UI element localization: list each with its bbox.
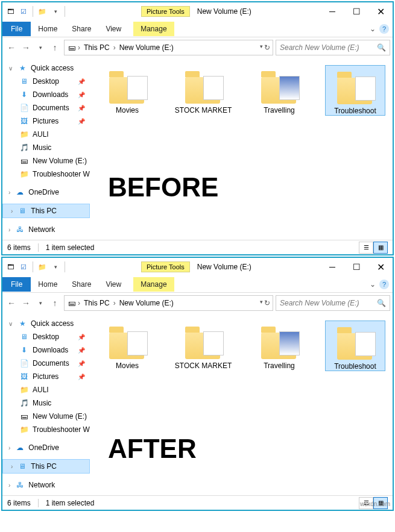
this-pc-header[interactable]: ›🖥This PC bbox=[2, 459, 90, 474]
sidebar-item-downloads[interactable]: ⬇Downloads📌 bbox=[2, 343, 90, 357]
recent-dropdown-icon[interactable]: ▾ bbox=[34, 296, 47, 310]
maximize-button[interactable]: ☐ bbox=[344, 3, 368, 20]
forward-button[interactable]: → bbox=[19, 296, 33, 310]
sidebar-item-pictures[interactable]: 🖼Pictures📌 bbox=[2, 370, 90, 383]
home-tab[interactable]: Home bbox=[31, 277, 65, 292]
qat-dropdown-icon[interactable]: ▾ bbox=[50, 6, 61, 17]
content-pane[interactable]: Movies STOCK MARKET Travelling Troublesh… bbox=[90, 58, 393, 240]
file-tab[interactable]: File bbox=[2, 277, 31, 292]
folder-icon[interactable]: 📁 bbox=[37, 6, 48, 17]
folder-travelling[interactable]: Travelling bbox=[249, 321, 309, 371]
quick-access-header[interactable]: ∨★Quick access bbox=[2, 317, 90, 330]
sidebar-item-documents[interactable]: 📄Documents📌 bbox=[2, 101, 90, 114]
qat-dropdown-icon[interactable]: ▾ bbox=[50, 261, 61, 272]
expand-ribbon-icon[interactable]: ⌄ bbox=[370, 280, 376, 289]
large-icons-view-button[interactable]: ▦ bbox=[373, 242, 388, 254]
expand-ribbon-icon[interactable]: ⌄ bbox=[370, 25, 376, 33]
recent-dropdown-icon[interactable]: ▾ bbox=[34, 41, 47, 54]
sidebar-item-auli[interactable]: 📁AULI bbox=[2, 128, 90, 141]
quick-access-header[interactable]: ∨★Quick access bbox=[2, 61, 90, 75]
sidebar-item-auli[interactable]: 📁AULI bbox=[2, 383, 90, 396]
onedrive-header[interactable]: ›☁OneDrive bbox=[2, 186, 90, 199]
folder-troubleshoot[interactable]: Troubleshoot bbox=[325, 65, 385, 116]
chevron-right-icon[interactable]: › bbox=[78, 43, 80, 52]
search-icon[interactable]: 🔍 bbox=[377, 43, 386, 52]
sidebar-item-desktop[interactable]: 🖥Desktop📌 bbox=[2, 330, 90, 343]
sidebar-item-troubleshooter[interactable]: 📁Troubleshooter W bbox=[2, 423, 90, 436]
expand-icon[interactable]: ∨ bbox=[8, 65, 13, 72]
address-bar[interactable]: 🖴 › This PC › New Volume (E:) ▾ ↻ bbox=[64, 295, 273, 311]
close-button[interactable]: ✕ bbox=[368, 3, 393, 20]
help-icon[interactable]: ? bbox=[379, 280, 389, 289]
sidebar-item-downloads[interactable]: ⬇Downloads📌 bbox=[2, 88, 90, 101]
titlebar[interactable]: 🗔 ☑ 📁 ▾ Picture Tools New Volume (E:) ─ … bbox=[2, 2, 393, 20]
view-tab[interactable]: View bbox=[98, 277, 128, 292]
folder-movies[interactable]: Movies bbox=[97, 321, 157, 371]
search-icon[interactable]: 🔍 bbox=[377, 299, 386, 307]
context-tab-picture-tools[interactable]: Picture Tools bbox=[141, 261, 190, 272]
address-dropdown-icon[interactable]: ▾ bbox=[260, 299, 263, 307]
folder-icon[interactable]: 📁 bbox=[37, 261, 48, 272]
breadcrumb-part[interactable]: This PC bbox=[81, 299, 112, 307]
minimize-button[interactable]: ─ bbox=[320, 3, 344, 20]
properties-icon[interactable]: ☑ bbox=[18, 6, 29, 17]
search-box[interactable]: Search New Volume (E:) 🔍 bbox=[276, 40, 390, 55]
chevron-right-icon[interactable]: › bbox=[78, 299, 80, 307]
sidebar-item-desktop[interactable]: 🖥Desktop📌 bbox=[2, 75, 90, 88]
breadcrumb-part[interactable]: New Volume (E:) bbox=[117, 299, 176, 307]
view-tab[interactable]: View bbox=[98, 22, 128, 36]
folder-troubleshoot[interactable]: Troubleshoot bbox=[325, 321, 385, 371]
details-view-button[interactable]: ☰ bbox=[359, 242, 373, 254]
up-button[interactable]: ↑ bbox=[48, 296, 62, 310]
expand-icon[interactable]: ∨ bbox=[8, 321, 13, 327]
folder-stock-market[interactable]: STOCK MARKET bbox=[173, 321, 233, 371]
search-box[interactable]: Search New Volume (E:) 🔍 bbox=[276, 295, 390, 311]
sidebar-item-new-volume[interactable]: 🖴New Volume (E:) bbox=[2, 410, 90, 423]
sidebar-item-music[interactable]: 🎵Music bbox=[2, 396, 90, 410]
breadcrumb-part[interactable]: This PC bbox=[81, 43, 112, 52]
refresh-icon[interactable]: ↻ bbox=[264, 43, 270, 52]
manage-tab[interactable]: Manage bbox=[133, 22, 174, 36]
minimize-button[interactable]: ─ bbox=[320, 258, 344, 275]
sidebar-item-troubleshooter[interactable]: 📁Troubleshooter W bbox=[2, 167, 90, 181]
context-tab-picture-tools[interactable]: Picture Tools bbox=[141, 6, 190, 17]
sidebar-item-new-volume[interactable]: 🖴New Volume (E:) bbox=[2, 154, 90, 167]
this-pc-header[interactable]: ›🖥This PC bbox=[2, 204, 90, 218]
folder-travelling[interactable]: Travelling bbox=[249, 65, 309, 116]
chevron-right-icon[interactable]: › bbox=[113, 299, 116, 307]
folder-movies[interactable]: Movies bbox=[97, 65, 157, 116]
maximize-button[interactable]: ☐ bbox=[344, 258, 368, 275]
onedrive-header[interactable]: ›☁OneDrive bbox=[2, 441, 90, 454]
share-tab[interactable]: Share bbox=[65, 22, 98, 36]
expand-icon[interactable]: › bbox=[8, 445, 10, 451]
manage-tab[interactable]: Manage bbox=[133, 277, 174, 292]
breadcrumb-part[interactable]: New Volume (E:) bbox=[117, 43, 176, 52]
file-tab[interactable]: File bbox=[2, 22, 31, 36]
forward-button[interactable]: → bbox=[19, 41, 33, 54]
back-button[interactable]: ← bbox=[5, 296, 18, 310]
content-pane[interactable]: Movies STOCK MARKET Travelling Troublesh… bbox=[90, 313, 393, 495]
expand-icon[interactable]: › bbox=[8, 189, 10, 196]
sidebar-item-documents[interactable]: 📄Documents📌 bbox=[2, 357, 90, 370]
help-icon[interactable]: ? bbox=[379, 24, 389, 34]
expand-icon[interactable]: › bbox=[11, 208, 13, 214]
close-button[interactable]: ✕ bbox=[368, 258, 393, 275]
back-button[interactable]: ← bbox=[5, 41, 18, 54]
properties-icon[interactable]: ☑ bbox=[18, 261, 29, 272]
sidebar-item-music[interactable]: 🎵Music bbox=[2, 141, 90, 154]
expand-icon[interactable]: › bbox=[11, 463, 13, 470]
expand-icon[interactable]: › bbox=[8, 227, 10, 233]
address-bar[interactable]: 🖴 › This PC › New Volume (E:) ▾ ↻ bbox=[64, 40, 273, 55]
home-tab[interactable]: Home bbox=[31, 22, 65, 36]
network-header[interactable]: ›🖧Network bbox=[2, 223, 90, 236]
expand-icon[interactable]: › bbox=[8, 482, 10, 489]
address-dropdown-icon[interactable]: ▾ bbox=[260, 43, 263, 52]
sidebar-item-pictures[interactable]: 🖼Pictures📌 bbox=[2, 114, 90, 128]
titlebar[interactable]: 🗔 ☑ 📁 ▾ Picture Tools New Volume (E:) ─ … bbox=[2, 258, 393, 276]
chevron-right-icon[interactable]: › bbox=[113, 43, 116, 52]
up-button[interactable]: ↑ bbox=[48, 41, 62, 54]
share-tab[interactable]: Share bbox=[65, 277, 98, 292]
refresh-icon[interactable]: ↻ bbox=[264, 299, 270, 307]
network-header[interactable]: ›🖧Network bbox=[2, 478, 90, 492]
folder-stock-market[interactable]: STOCK MARKET bbox=[173, 65, 233, 116]
